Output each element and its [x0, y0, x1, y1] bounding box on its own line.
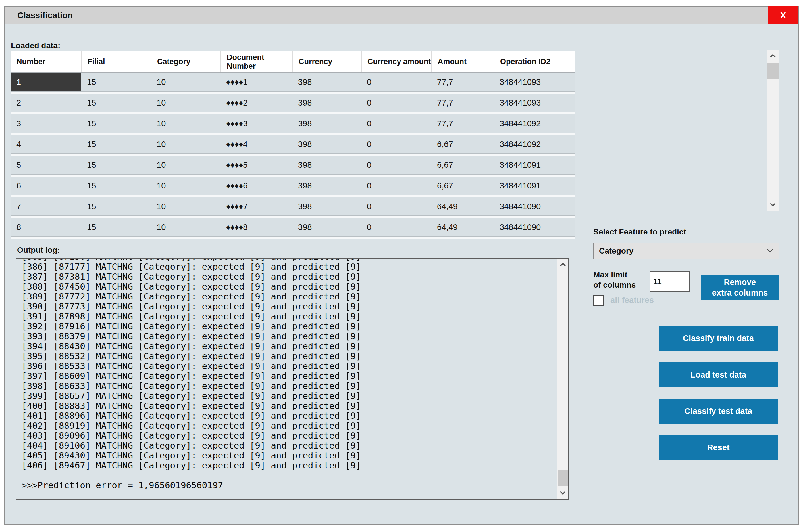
table-cell[interactable]: 398 — [292, 218, 361, 236]
reset-button[interactable]: Reset — [659, 435, 778, 460]
table-scrollbar-thumb[interactable] — [767, 63, 779, 79]
table-cell[interactable]: 348441091 — [494, 156, 574, 174]
table-cell[interactable]: 15 — [81, 176, 151, 195]
table-cell[interactable]: 6,67 — [431, 135, 494, 153]
close-button[interactable]: X — [768, 6, 798, 24]
classify-train-data-button[interactable]: Classify train data — [659, 326, 778, 350]
column-header-document-number[interactable]: Document Number — [220, 51, 292, 72]
table-cell[interactable]: 398 — [292, 114, 361, 133]
table-cell[interactable]: 6 — [11, 176, 81, 195]
log-vertical-scrollbar[interactable] — [557, 259, 568, 499]
table-cell[interactable]: 348441092 — [494, 114, 574, 133]
feature-select-dropdown[interactable]: Category — [593, 243, 779, 259]
table-cell[interactable]: 348441093 — [494, 94, 574, 112]
scroll-up-icon[interactable] — [767, 50, 779, 61]
column-header-amount[interactable]: Amount — [431, 51, 494, 72]
output-log-label: Output log: — [17, 246, 60, 255]
table-cell[interactable]: ♦♦♦♦6 — [220, 176, 292, 195]
table-cell[interactable]: 7 — [11, 197, 81, 215]
table-cell[interactable]: 5 — [11, 156, 81, 174]
column-header-currency[interactable]: Currency — [292, 51, 361, 72]
table-cell[interactable]: 64,49 — [431, 197, 494, 215]
table-cell[interactable]: 64,49 — [431, 218, 494, 236]
table-cell[interactable]: 348441090 — [494, 197, 574, 215]
table-cell[interactable]: 348441093 — [494, 73, 574, 91]
output-log-box[interactable]: [385] [87150] MATCHNG [Category]: expect… — [16, 258, 569, 500]
table-cell[interactable]: 398 — [292, 94, 361, 112]
table-cell[interactable]: 15 — [81, 94, 151, 112]
table-cell[interactable]: 15 — [81, 114, 151, 133]
table-cell[interactable]: 398 — [292, 73, 361, 91]
table-cell[interactable]: 8 — [11, 218, 81, 236]
log-scrollbar-thumb[interactable] — [558, 470, 568, 486]
log-line: [391] [87898] MATCHNG [Category]: expect… — [22, 311, 553, 321]
table-cell[interactable]: 0 — [361, 135, 431, 153]
table-cell[interactable]: 15 — [81, 156, 151, 174]
table-cell[interactable]: 10 — [151, 218, 220, 236]
row-separator — [11, 215, 574, 218]
table-cell[interactable]: 3 — [11, 114, 81, 133]
column-header-category[interactable]: Category — [151, 51, 220, 72]
table-cell[interactable]: ♦♦♦♦2 — [220, 94, 292, 112]
log-scroll-up-icon[interactable] — [558, 259, 568, 270]
log-line: [405] [89430] MATCHNG [Category]: expect… — [22, 451, 553, 460]
table-cell[interactable]: 6,67 — [431, 176, 494, 195]
table-cell[interactable]: 15 — [81, 218, 151, 236]
table-cell[interactable]: 0 — [361, 218, 431, 236]
table-cell[interactable]: 6,67 — [431, 156, 494, 174]
table-cell[interactable]: ♦♦♦♦3 — [220, 114, 292, 133]
table-cell[interactable]: 0 — [361, 176, 431, 195]
all-features-checkbox[interactable] — [593, 295, 604, 306]
table-cell[interactable]: ♦♦♦♦7 — [220, 197, 292, 215]
table-cell[interactable]: 15 — [81, 73, 151, 91]
table-cell[interactable]: 0 — [361, 114, 431, 133]
table-cell[interactable]: 10 — [151, 114, 220, 133]
table-cell[interactable]: 398 — [292, 135, 361, 153]
table-cell[interactable]: 77,7 — [431, 73, 494, 91]
table-cell[interactable]: ♦♦♦♦4 — [220, 135, 292, 153]
table-cell[interactable]: 398 — [292, 156, 361, 174]
load-test-data-button[interactable]: Load test data — [659, 362, 778, 387]
table-cell[interactable]: 77,7 — [431, 114, 494, 133]
remove-extra-columns-button[interactable]: Remove extra columns — [701, 276, 779, 300]
window-title: Classification — [17, 6, 73, 24]
table-cell[interactable]: 348441090 — [494, 218, 574, 236]
table-cell[interactable]: 10 — [151, 156, 220, 174]
table-cell[interactable]: 2 — [11, 94, 81, 112]
table-cell[interactable]: 398 — [292, 197, 361, 215]
table-cell[interactable]: 77,7 — [431, 94, 494, 112]
classify-test-data-button[interactable]: Classify test data — [659, 399, 778, 423]
table-cell[interactable]: ♦♦♦♦5 — [220, 156, 292, 174]
table-cell[interactable]: 10 — [151, 176, 220, 195]
column-header-currency-amount[interactable]: Currency amount — [361, 51, 431, 72]
table-cell[interactable]: 0 — [361, 94, 431, 112]
table-cell-selected[interactable]: 1 — [11, 73, 81, 91]
table-cell[interactable]: 10 — [151, 135, 220, 153]
table-cell[interactable]: 348441091 — [494, 176, 574, 195]
log-line: [392] [87916] MATCHNG [Category]: expect… — [22, 321, 553, 331]
table-vertical-scrollbar[interactable] — [767, 50, 779, 211]
table-cell[interactable]: 10 — [151, 94, 220, 112]
max-limit-label: Max limit of columns — [593, 270, 636, 290]
table-cell[interactable]: 0 — [361, 156, 431, 174]
table-cell[interactable]: 15 — [81, 197, 151, 215]
table-cell[interactable]: 4 — [11, 135, 81, 153]
max-limit-input[interactable] — [650, 271, 690, 292]
scroll-down-icon[interactable] — [767, 199, 779, 211]
table-cell[interactable]: 10 — [151, 73, 220, 91]
table-cell[interactable]: 10 — [151, 197, 220, 215]
table-cell[interactable]: 15 — [81, 135, 151, 153]
column-header-operation-id2[interactable]: Operation ID2 — [494, 51, 574, 72]
table-cell[interactable]: 0 — [361, 73, 431, 91]
row-separator — [11, 153, 574, 156]
table-cell[interactable]: 348441092 — [494, 135, 574, 153]
table-cell[interactable]: ♦♦♦♦8 — [220, 218, 292, 236]
column-header-number[interactable]: Number — [11, 51, 81, 72]
column-header-filial[interactable]: Filial — [81, 51, 151, 72]
row-separator — [11, 91, 574, 94]
table-cell[interactable]: 0 — [361, 197, 431, 215]
log-line: [399] [88657] MATCHNG [Category]: expect… — [22, 391, 553, 401]
table-cell[interactable]: ♦♦♦♦1 — [220, 73, 292, 91]
table-cell[interactable]: 398 — [292, 176, 361, 195]
log-scroll-down-icon[interactable] — [558, 488, 568, 499]
